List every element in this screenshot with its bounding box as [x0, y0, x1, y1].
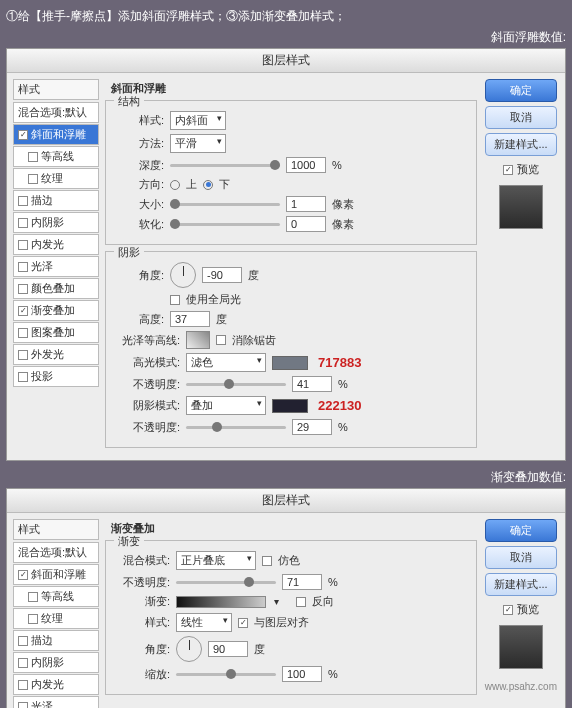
style-bevel-row[interactable]: ✓斜面和浮雕 [13, 124, 99, 145]
gradient-group: 渐变 混合模式:正片叠底仿色 不透明度:71% 渐变:反向 样式:线性✓与图层对… [105, 540, 477, 695]
new-style-button2[interactable]: 新建样式... [485, 573, 557, 596]
style-innershadow-label2: 内阴影 [31, 655, 64, 670]
style-gradientoverlay-row[interactable]: ✓渐变叠加 [13, 300, 99, 321]
highlight-opacity-input[interactable]: 41 [292, 376, 332, 392]
grad-angle-dial[interactable] [176, 636, 202, 662]
preview-checkbox2[interactable]: ✓ [503, 605, 513, 615]
style-innerglow-row2[interactable]: 内发光 [13, 674, 99, 695]
checkbox-icon[interactable] [18, 372, 28, 382]
blend-mode-dropdown[interactable]: 正片叠底 [176, 551, 256, 570]
size-label: 大小: [114, 197, 164, 212]
styles-header2: 样式 [13, 519, 99, 540]
grad-opacity-input[interactable]: 71 [282, 574, 322, 590]
style-coloroverlay-row[interactable]: 颜色叠加 [13, 278, 99, 299]
grad-angle-input[interactable]: 90 [208, 641, 248, 657]
style-texture-row2[interactable]: 纹理 [13, 608, 99, 629]
checkbox-icon[interactable] [18, 680, 28, 690]
style-contour-row2[interactable]: 等高线 [13, 586, 99, 607]
depth-slider[interactable] [170, 164, 280, 167]
grad-opacity-slider[interactable] [176, 581, 276, 584]
checkbox-icon[interactable] [18, 636, 28, 646]
soften-slider[interactable] [170, 223, 280, 226]
scale-input[interactable]: 100 [282, 666, 322, 682]
shadow-color-swatch[interactable] [272, 399, 308, 413]
style-outerglow-row[interactable]: 外发光 [13, 344, 99, 365]
style-dropdown[interactable]: 内斜面 [170, 111, 226, 130]
cancel-button[interactable]: 取消 [485, 106, 557, 129]
checkbox-icon[interactable] [18, 702, 28, 709]
checkbox-icon[interactable]: ✓ [18, 570, 28, 580]
direction-down-radio[interactable] [203, 180, 213, 190]
checkbox-icon[interactable] [18, 328, 28, 338]
style-dropshadow-row[interactable]: 投影 [13, 366, 99, 387]
angle-input[interactable]: -90 [202, 267, 242, 283]
structure-title: 结构 [114, 94, 144, 109]
checkbox-icon[interactable] [18, 350, 28, 360]
style-innershadow-label: 内阴影 [31, 215, 64, 230]
checkbox-icon[interactable] [28, 152, 38, 162]
technique-label: 方法: [114, 136, 164, 151]
altitude-input[interactable]: 37 [170, 311, 210, 327]
soften-input[interactable]: 0 [286, 216, 326, 232]
checkbox-icon[interactable] [28, 614, 38, 624]
global-light-checkbox[interactable] [170, 295, 180, 305]
highlight-mode-dropdown[interactable]: 滤色 [186, 353, 266, 372]
reverse-checkbox[interactable] [296, 597, 306, 607]
cancel-button2[interactable]: 取消 [485, 546, 557, 569]
checkbox-icon[interactable] [18, 262, 28, 272]
soften-label: 软化: [114, 217, 164, 232]
grad-style-label: 样式: [114, 615, 170, 630]
style-stroke-row2[interactable]: 描边 [13, 630, 99, 651]
blend-options-row[interactable]: 混合选项:默认 [13, 102, 99, 123]
shadow-opacity-input[interactable]: 29 [292, 419, 332, 435]
style-contour-row[interactable]: 等高线 [13, 146, 99, 167]
style-innerglow-row[interactable]: 内发光 [13, 234, 99, 255]
size-input[interactable]: 1 [286, 196, 326, 212]
style-stroke-row[interactable]: 描边 [13, 190, 99, 211]
blend-options-row2[interactable]: 混合选项:默认 [13, 542, 99, 563]
highlight-color-swatch[interactable] [272, 356, 308, 370]
gloss-contour-picker[interactable] [186, 331, 210, 349]
style-contour-label2: 等高线 [41, 589, 74, 604]
shadow-mode-dropdown[interactable]: 叠加 [186, 396, 266, 415]
style-innershadow-row2[interactable]: 内阴影 [13, 652, 99, 673]
checkbox-icon[interactable]: ✓ [18, 130, 28, 140]
style-patternoverlay-row[interactable]: 图案叠加 [13, 322, 99, 343]
antialias-checkbox[interactable] [216, 335, 226, 345]
direction-up-radio[interactable] [170, 180, 180, 190]
style-glow-row[interactable]: 光泽 [13, 256, 99, 277]
checkbox-icon[interactable] [18, 658, 28, 668]
checkbox-icon[interactable] [18, 240, 28, 250]
checkbox-icon[interactable] [28, 592, 38, 602]
depth-input[interactable]: 1000 [286, 157, 326, 173]
ok-button2[interactable]: 确定 [485, 519, 557, 542]
style-coloroverlay-label: 颜色叠加 [31, 281, 75, 296]
shadow-opacity-slider[interactable] [186, 426, 286, 429]
style-innershadow-row[interactable]: 内阴影 [13, 212, 99, 233]
style-glow-row2[interactable]: 光泽 [13, 696, 99, 708]
checkbox-icon[interactable] [28, 174, 38, 184]
blend-mode-label: 混合模式: [114, 553, 170, 568]
shading-group: 阴影 角度:-90度 使用全局光 高度:37度 光泽等高线:消除锯齿 高光模式:… [105, 251, 477, 448]
checkbox-icon[interactable] [18, 284, 28, 294]
gradient-picker[interactable] [176, 596, 266, 608]
style-bevel-row2[interactable]: ✓斜面和浮雕 [13, 564, 99, 585]
technique-dropdown[interactable]: 平滑 [170, 134, 226, 153]
checkbox-icon[interactable] [18, 196, 28, 206]
ok-button[interactable]: 确定 [485, 79, 557, 102]
grad-style-dropdown[interactable]: 线性 [176, 613, 232, 632]
align-checkbox[interactable]: ✓ [238, 618, 248, 628]
angle-dial[interactable] [170, 262, 196, 288]
shadow-opacity-label: 不透明度: [114, 420, 180, 435]
checkbox-icon[interactable] [18, 218, 28, 228]
new-style-button[interactable]: 新建样式... [485, 133, 557, 156]
highlight-opacity-slider[interactable] [186, 383, 286, 386]
preview-checkbox[interactable]: ✓ [503, 165, 513, 175]
size-slider[interactable] [170, 203, 280, 206]
checkbox-icon[interactable]: ✓ [18, 306, 28, 316]
watermark-url: www.psahz.com [485, 681, 557, 692]
section1-label: 斜面浮雕数值: [0, 27, 572, 48]
scale-slider[interactable] [176, 673, 276, 676]
dither-checkbox[interactable] [262, 556, 272, 566]
style-texture-row[interactable]: 纹理 [13, 168, 99, 189]
